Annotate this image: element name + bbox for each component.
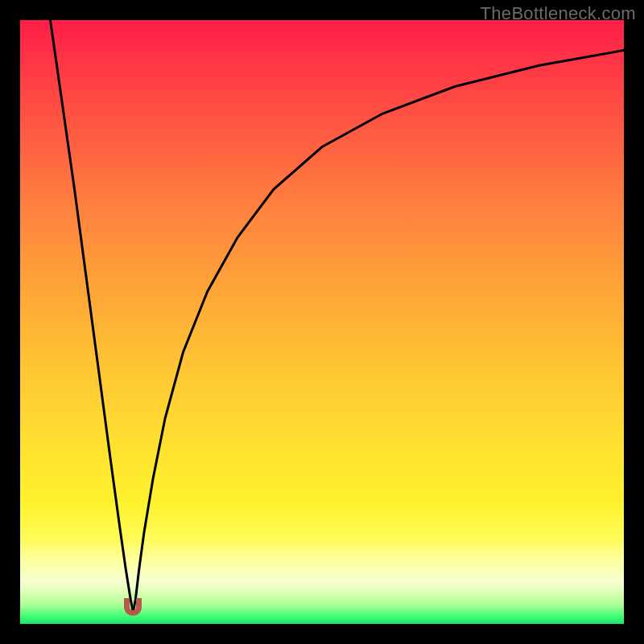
plot-area: [20, 20, 624, 624]
curve-left-segment: [51, 20, 134, 612]
chart-frame: TheBottleneck.com: [0, 0, 644, 644]
watermark-text: TheBottleneck.com: [481, 3, 636, 24]
curve-right-segment: [133, 51, 624, 613]
bottleneck-curve: [20, 20, 624, 624]
